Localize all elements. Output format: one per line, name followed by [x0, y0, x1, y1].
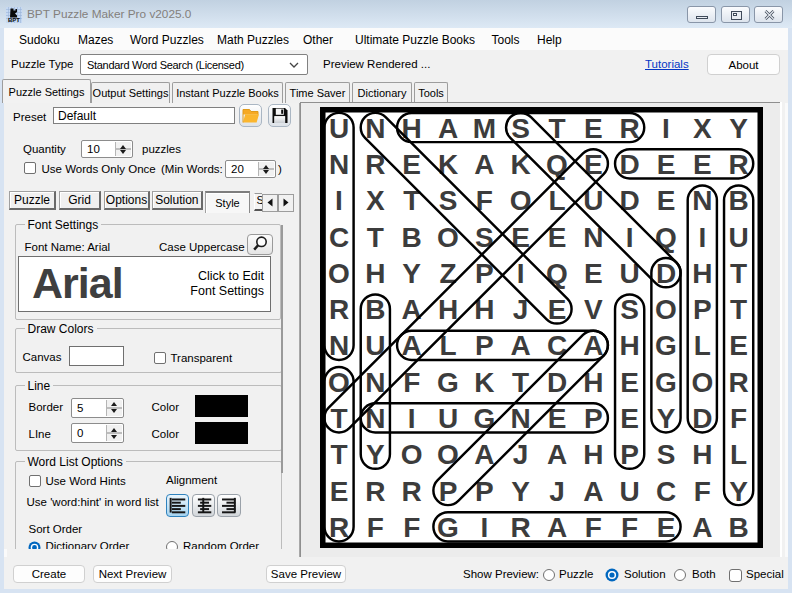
svg-text:H: H — [692, 439, 712, 470]
svg-text:F: F — [476, 185, 493, 216]
svg-text:A: A — [474, 439, 494, 470]
svg-text:BPT: BPT — [8, 17, 20, 23]
svg-text:T: T — [330, 403, 347, 434]
svg-text:V: V — [584, 294, 603, 325]
svg-text:I: I — [698, 222, 706, 253]
svg-text:K: K — [438, 149, 458, 180]
svg-text:E: E — [657, 512, 676, 543]
svg-text:E: E — [620, 403, 639, 434]
svg-text:E: E — [584, 149, 603, 180]
svg-text:I: I — [662, 113, 670, 144]
svg-text:O: O — [328, 258, 350, 289]
svg-text:U: U — [365, 330, 385, 361]
svg-text:R: R — [728, 367, 748, 398]
svg-text:Y: Y — [402, 258, 421, 289]
svg-text:R: R — [510, 512, 530, 543]
svg-text:Y: Y — [729, 476, 748, 507]
svg-text:E: E — [620, 367, 639, 398]
svg-text:F: F — [694, 476, 711, 507]
svg-text:S: S — [657, 439, 676, 470]
svg-text:Q: Q — [546, 258, 568, 289]
svg-text:N: N — [365, 113, 385, 144]
svg-text:B: B — [728, 512, 748, 543]
svg-text:C: C — [656, 476, 676, 507]
svg-text:I: I — [408, 403, 416, 434]
svg-text:H: H — [619, 330, 639, 361]
svg-text:X: X — [693, 113, 712, 144]
svg-text:I: I — [517, 258, 525, 289]
svg-text:F: F — [585, 512, 602, 543]
svg-text:N: N — [329, 149, 349, 180]
svg-text:E: E — [584, 258, 603, 289]
svg-text:A: A — [547, 439, 567, 470]
svg-text:P: P — [693, 294, 712, 325]
svg-text:U: U — [438, 403, 458, 434]
svg-text:N: N — [692, 185, 712, 216]
svg-text:C: C — [547, 330, 567, 361]
svg-text:O: O — [401, 439, 423, 470]
svg-text:O: O — [510, 185, 532, 216]
svg-text:A: A — [547, 512, 567, 543]
svg-text:E: E — [657, 185, 676, 216]
svg-text:O: O — [328, 367, 350, 398]
svg-text:Y: Y — [366, 439, 385, 470]
svg-text:T: T — [330, 439, 347, 470]
svg-text:I: I — [335, 185, 343, 216]
svg-text:O: O — [655, 294, 677, 325]
svg-text:P: P — [620, 439, 639, 470]
svg-text:T: T — [730, 294, 747, 325]
svg-text:E: E — [511, 222, 530, 253]
svg-text:U: U — [329, 113, 349, 144]
svg-text:T: T — [548, 113, 565, 144]
svg-text:Y: Y — [657, 403, 676, 434]
svg-text:G: G — [473, 403, 495, 434]
svg-text:O: O — [691, 367, 713, 398]
svg-text:Q: Q — [655, 222, 677, 253]
svg-text:R: R — [365, 476, 385, 507]
svg-text:T: T — [367, 222, 384, 253]
svg-text:L: L — [730, 439, 747, 470]
svg-text:M: M — [473, 113, 496, 144]
svg-text:H: H — [692, 258, 712, 289]
svg-text:A: A — [510, 330, 530, 361]
svg-text:F: F — [621, 512, 638, 543]
svg-text:A: A — [474, 149, 494, 180]
svg-text:U: U — [728, 222, 748, 253]
svg-text:P: P — [475, 330, 494, 361]
svg-text:G: G — [437, 367, 459, 398]
svg-text:A: A — [583, 476, 603, 507]
svg-text:E: E — [657, 149, 676, 180]
svg-text:P: P — [439, 476, 458, 507]
svg-text:L: L — [694, 330, 711, 361]
svg-text:E: E — [402, 149, 421, 180]
svg-text:F: F — [367, 512, 384, 543]
svg-text:D: D — [547, 367, 567, 398]
svg-text:R: R — [329, 294, 349, 325]
svg-text:O: O — [437, 222, 459, 253]
svg-text:A: A — [692, 512, 712, 543]
svg-text:Y: Y — [729, 113, 748, 144]
svg-text:C: C — [329, 222, 349, 253]
svg-text:B: B — [402, 222, 422, 253]
svg-text:E: E — [548, 294, 567, 325]
svg-text:U: U — [619, 476, 639, 507]
svg-text:B: B — [365, 294, 385, 325]
svg-text:H: H — [365, 258, 385, 289]
svg-text:X: X — [366, 185, 385, 216]
svg-text:E: E — [693, 149, 712, 180]
svg-text:P: P — [584, 403, 603, 434]
svg-text:G: G — [655, 330, 677, 361]
svg-text:S: S — [511, 113, 530, 144]
svg-text:R: R — [402, 476, 422, 507]
svg-text:A: A — [402, 294, 422, 325]
svg-text:K: K — [474, 367, 494, 398]
svg-text:Y: Y — [511, 476, 530, 507]
svg-text:S: S — [439, 185, 458, 216]
svg-text:E: E — [584, 113, 603, 144]
svg-text:S: S — [475, 222, 494, 253]
svg-text:I: I — [480, 512, 488, 543]
svg-text:H: H — [583, 439, 603, 470]
svg-text:N: N — [510, 403, 530, 434]
svg-text:A: A — [438, 113, 458, 144]
svg-text:S: S — [620, 294, 639, 325]
